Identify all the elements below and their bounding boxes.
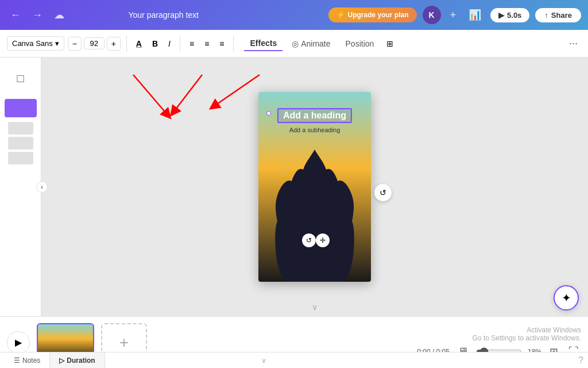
- canvas-collapse-chevron[interactable]: ∨: [312, 302, 318, 312]
- more-options-button[interactable]: ···: [566, 35, 581, 52]
- bold-icon: B: [152, 39, 158, 48]
- magic-fab[interactable]: ✦: [554, 285, 579, 310]
- elements-icon: □: [17, 72, 24, 85]
- activate-windows-text: Activate Windows Go to Settings to activ…: [473, 326, 581, 342]
- grid-button[interactable]: ⊞: [383, 37, 397, 51]
- upgrade-icon: ⚡: [336, 11, 345, 19]
- sidebar: □ ‹: [0, 57, 41, 316]
- sidebar-purple-block: [5, 99, 37, 117]
- upgrade-button[interactable]: ⚡ Upgrade your plan: [328, 7, 417, 22]
- canvas-slide-wrapper: Add a heading Add a subheading ↺ ✛ ↺: [258, 92, 371, 282]
- svg-line-1: [173, 75, 202, 112]
- color-icon: A: [136, 39, 142, 48]
- duration-icon: ▷: [59, 356, 64, 365]
- stats-icon[interactable]: 📊: [465, 6, 485, 24]
- animate-button[interactable]: ◎ Animate: [286, 37, 336, 51]
- position-button[interactable]: Position: [340, 37, 380, 51]
- duration-label: Duration: [67, 356, 95, 365]
- cloud-icon[interactable]: ☁: [51, 6, 68, 24]
- slide-move-tool[interactable]: ✛: [316, 233, 330, 247]
- play-button[interactable]: ▶: [7, 331, 30, 354]
- bottom-bar-chevron[interactable]: ∨: [261, 356, 266, 365]
- font-size-control: − 92 +: [68, 37, 121, 51]
- bottom-bar: ☰ Notes ▷ Duration ∨ ?: [0, 352, 588, 368]
- play-icon: ▶: [498, 11, 504, 20]
- sidebar-blocks: [8, 122, 33, 164]
- notes-label: Notes: [22, 356, 40, 365]
- upgrade-label: Upgrade your plan: [348, 11, 409, 19]
- text-color-button[interactable]: A: [133, 37, 145, 51]
- share-icon: ↑: [544, 11, 548, 20]
- svg-line-0: [133, 75, 168, 115]
- align-right-button[interactable]: ≡: [216, 37, 227, 51]
- share-button[interactable]: ↑ Share: [535, 8, 581, 22]
- activate-title: Activate Windows: [473, 326, 581, 334]
- divider-3: [233, 36, 234, 52]
- italic-button[interactable]: I: [165, 37, 174, 51]
- svg-line-2: [214, 75, 260, 106]
- forward-button[interactable]: →: [29, 7, 46, 24]
- font-name: Canva Sans: [12, 39, 53, 48]
- activate-sub: Go to Settings to activate Windows.: [473, 334, 581, 342]
- notes-icon: ☰: [14, 356, 20, 365]
- sidebar-block-2[interactable]: [8, 137, 33, 150]
- divider-2: [180, 36, 180, 52]
- canvas-area: Add a heading Add a subheading ↺ ✛ ↺ ∨ ✦: [41, 57, 588, 316]
- animate-icon: ◎: [292, 39, 299, 48]
- font-selector[interactable]: Canva Sans ▾: [7, 36, 64, 51]
- sidebar-item-elements[interactable]: □: [5, 62, 37, 94]
- font-size-value[interactable]: 92: [84, 37, 105, 49]
- slide-card[interactable]: Add a heading Add a subheading ↺ ✛: [258, 92, 371, 282]
- toolbar: Canva Sans ▾ − 92 + A B I ≡ ≡ ≡ Effects …: [0, 30, 588, 57]
- back-button[interactable]: ←: [7, 7, 24, 24]
- sidebar-collapse-arrow[interactable]: ‹: [36, 181, 48, 193]
- increase-size-button[interactable]: +: [107, 37, 121, 51]
- rock-silhouette: [269, 150, 361, 282]
- sidebar-block-3[interactable]: [8, 152, 33, 164]
- divider-1: [126, 36, 127, 52]
- animate-label: Animate: [301, 39, 330, 48]
- bold-button[interactable]: B: [149, 37, 161, 51]
- help-button[interactable]: ?: [578, 355, 583, 366]
- selection-handle: [266, 111, 271, 116]
- slide-rotate-tool[interactable]: ↺: [302, 233, 316, 247]
- chevron-down-icon: ▾: [55, 39, 59, 48]
- share-label: Share: [551, 11, 572, 20]
- decrease-size-button[interactable]: −: [68, 37, 82, 51]
- play-duration-button[interactable]: ▶ 5.0s: [490, 8, 529, 22]
- main-area: □ ‹: [0, 57, 588, 316]
- slide-subheading[interactable]: Add a subheading: [289, 126, 341, 133]
- sidebar-block-1[interactable]: [8, 122, 33, 135]
- header-nav: ← → ☁: [7, 6, 68, 24]
- avatar[interactable]: K: [423, 6, 441, 24]
- header: ← → ☁ Your paragraph text ⚡ Upgrade your…: [0, 0, 588, 30]
- align-center-button[interactable]: ≡: [201, 37, 212, 51]
- effects-button[interactable]: Effects: [244, 36, 283, 51]
- rotate-button[interactable]: ↺: [374, 184, 392, 201]
- notes-tab[interactable]: ☰ Notes: [5, 352, 50, 368]
- add-icon[interactable]: +: [447, 7, 460, 24]
- align-left-button[interactable]: ≡: [186, 37, 198, 51]
- duration-tab[interactable]: ▷ Duration: [50, 352, 105, 368]
- position-label: Position: [346, 39, 374, 48]
- duration-value: 5.0s: [507, 11, 521, 20]
- italic-icon: I: [168, 39, 171, 48]
- slide-heading[interactable]: Add a heading: [277, 108, 352, 123]
- grid-icon: ⊞: [386, 39, 393, 48]
